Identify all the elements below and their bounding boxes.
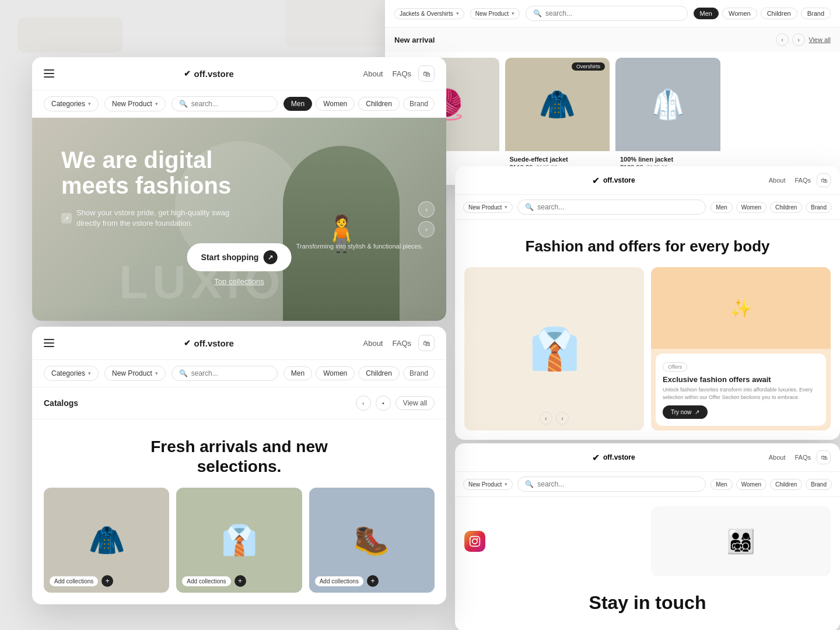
product-search-input[interactable] [545, 9, 680, 18]
shirt-prev-button[interactable]: ‹ [540, 412, 552, 425]
main-navbar: ✔ off.vstore About FAQs 🛍 [32, 57, 446, 90]
social-faqs-link[interactable]: FAQs [794, 454, 811, 461]
tag-men[interactable]: Men [284, 97, 312, 111]
product-window: Jackets & Overshirts ▾ New Product ▾ 🔍 M… [385, 0, 840, 185]
catalog-headline-line1: Fresh arrivals and new [150, 438, 327, 456]
menu-icon[interactable] [44, 69, 54, 78]
product-tag-men[interactable]: Men [694, 8, 719, 19]
main-window: ✔ off.vstore About FAQs 🛍 Categories ▾ N… [32, 57, 446, 321]
tag-brand[interactable]: Brand [403, 97, 435, 111]
plus-icon-2[interactable]: + [235, 575, 246, 587]
catalog-card-1[interactable]: 🧥 Add collections + [44, 488, 169, 593]
product-card-linen[interactable]: 🥼 100% linen jacket $129.99 $135.99 [615, 58, 720, 176]
catalog-tag-men[interactable]: Men [284, 366, 312, 380]
social-about-link[interactable]: About [769, 454, 786, 461]
fashion-new-product-dropdown[interactable]: New Product ▾ [463, 202, 513, 213]
catalog-new-product-label: New Product [112, 369, 152, 377]
catalog-new-product-dropdown[interactable]: New Product ▾ [104, 366, 166, 381]
catalog-headline-line2: selections. [197, 457, 282, 475]
fashion-about-link[interactable]: About [769, 177, 786, 184]
new-product-dropdown[interactable]: New Product ▾ [104, 96, 166, 111]
plus-icon-1[interactable]: + [102, 575, 113, 587]
catalog-brand-name: off.vstore [194, 338, 234, 348]
arrival-next-button[interactable]: › [792, 33, 805, 46]
catalog-header-row: Catalogs ‹ • View all [32, 387, 446, 419]
group-photo: 👨‍👩‍👧‍👦 [726, 528, 755, 555]
social-tag-men[interactable]: Men [710, 479, 732, 490]
catalog-card-2-label: Add collections + [182, 575, 246, 587]
product-tag-brand[interactable]: Brand [801, 8, 831, 19]
hero-prev-button[interactable]: ‹ [418, 201, 435, 218]
fashion-search-input[interactable] [537, 203, 698, 211]
offers-badge: Offers [663, 362, 687, 372]
social-tag-brand[interactable]: Brand [806, 479, 832, 490]
tag-women[interactable]: Women [316, 97, 355, 111]
arrival-prev-button[interactable]: ‹ [776, 33, 789, 46]
svg-rect-0 [470, 537, 480, 547]
catalog-tag-children[interactable]: Children [358, 366, 400, 380]
fashion-tag-children[interactable]: Children [770, 202, 802, 213]
overshirts-badge: Overshirts [572, 62, 605, 71]
svg-point-2 [477, 538, 478, 540]
cart-icon[interactable]: 🛍 [418, 65, 435, 82]
product-grid: 🧶 Watch + Sweater 🧥 Overshirts Suede-eff… [385, 52, 840, 185]
try-now-button[interactable]: Try now ↗ [663, 405, 708, 419]
catalog-tag-brand[interactable]: Brand [403, 366, 435, 380]
linen-image: 🥼 [615, 58, 720, 151]
catalog-menu-icon[interactable] [44, 339, 54, 347]
social-tag-children[interactable]: Children [770, 479, 802, 490]
search-box: 🔍 [172, 96, 278, 111]
faqs-link[interactable]: FAQs [392, 69, 411, 78]
hero-next-button[interactable]: › [418, 221, 435, 237]
hero-subtitle-row: ↗ Show your vstore pride, get high-quali… [61, 208, 248, 229]
shirt-next-button[interactable]: › [556, 412, 569, 425]
top-collections-link[interactable]: Top collections [214, 277, 264, 286]
product-tag-women[interactable]: Women [722, 8, 757, 19]
catalog-nav-links: About FAQs [363, 339, 412, 348]
plus-icon-3[interactable]: + [367, 575, 379, 587]
instagram-icon[interactable] [464, 531, 485, 552]
catalog-navbar: ✔ off.vstore About FAQs 🛍 [32, 327, 446, 360]
filter-bar: Categories ▾ New Product ▾ 🔍 Men Women C… [32, 90, 446, 118]
catalog-dots-button[interactable]: • [376, 396, 391, 411]
catalog-faqs-link[interactable]: FAQs [392, 339, 411, 348]
catalog-card-2[interactable]: 👔 Add collections + [176, 488, 302, 593]
tag-children[interactable]: Children [358, 97, 400, 111]
social-left [464, 506, 644, 576]
add-collections-badge-2: Add collections [182, 576, 230, 586]
fashion-tag-women[interactable]: Women [736, 202, 766, 213]
hero-section: LUXIOUS 🧍 We are digital meets fashions … [32, 118, 446, 321]
catalog-card-3[interactable]: 🥾 Add collections + [309, 488, 435, 593]
categories-dropdown[interactable]: Categories ▾ [44, 96, 99, 111]
product-jackets-dropdown[interactable]: Jackets & Overshirts ▾ [394, 8, 464, 19]
hero-nav-arrows: ‹ › [418, 201, 435, 237]
product-new-product-dropdown[interactable]: New Product ▾ [470, 8, 520, 19]
social-tag-women[interactable]: Women [736, 479, 766, 490]
about-link[interactable]: About [363, 69, 383, 78]
fashion-headline: Fashion and offers for every body [455, 220, 840, 267]
social-new-product-dropdown[interactable]: New Product ▾ [463, 479, 513, 490]
social-search-input[interactable] [537, 480, 698, 488]
product-navbar: Jackets & Overshirts ▾ New Product ▾ 🔍 M… [385, 0, 840, 27]
arrival-view-all[interactable]: View all [808, 36, 831, 43]
product-tag-children[interactable]: Children [761, 8, 797, 19]
fashion-faqs-link[interactable]: FAQs [794, 177, 811, 184]
catalog-search-input[interactable] [191, 369, 270, 377]
fashion-tag-brand[interactable]: Brand [806, 202, 832, 213]
fashion-tag-men[interactable]: Men [710, 202, 732, 213]
catalog-prev-button[interactable]: ‹ [356, 396, 371, 411]
social-nav-links: About FAQs [769, 454, 811, 461]
catalog-cart-icon[interactable]: 🛍 [418, 335, 435, 351]
social-cart-icon[interactable]: 🛍 [817, 450, 831, 464]
product-card-jacket[interactable]: 🧥 Overshirts Suede-effect jacket $119.99… [505, 58, 610, 176]
catalog-categories-dropdown[interactable]: Categories ▾ [44, 366, 99, 381]
catalog-tag-buttons: Men Women Children Brand [284, 366, 435, 380]
catalog-about-link[interactable]: About [363, 339, 383, 348]
catalog-tag-women[interactable]: Women [316, 366, 355, 380]
search-input[interactable] [191, 100, 270, 108]
start-shopping-button[interactable]: Start shopping ↗ [187, 243, 292, 271]
view-all-button[interactable]: View all [396, 396, 435, 410]
offers-title: Exclusive fashion offers await [663, 375, 819, 384]
fashion-cart-icon[interactable]: 🛍 [817, 173, 831, 187]
social-new-product-label: New Product [468, 481, 502, 488]
